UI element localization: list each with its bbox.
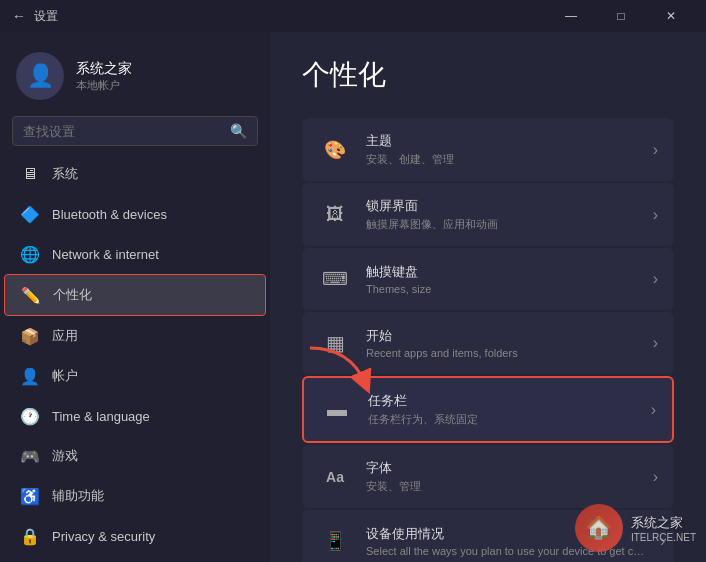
- sidebar-label-time: Time & language: [52, 409, 150, 424]
- sidebar-item-system[interactable]: 🖥 系统: [4, 154, 266, 194]
- minimize-button[interactable]: —: [548, 0, 594, 32]
- touchkeyboard-icon: ⌨: [318, 262, 352, 296]
- settings-item-fonts[interactable]: Aa 字体 安装、管理 ›: [302, 445, 674, 508]
- sidebar-item-update[interactable]: 🔄 Windows Update: [4, 556, 266, 562]
- right-panel: 个性化 🎨 主题 安装、创建、管理 › 🖼 锁屏界面 触摸屏幕图像、应用和动画 …: [270, 32, 706, 562]
- start-desc: Recent apps and items, folders: [366, 347, 639, 359]
- sidebar-label-accessibility: 辅助功能: [52, 487, 104, 505]
- sidebar-label-network: Network & internet: [52, 247, 159, 262]
- lockscreen-title: 锁屏界面: [366, 197, 639, 215]
- lockscreen-desc: 触摸屏幕图像、应用和动画: [366, 217, 639, 232]
- taskbar-desc: 任务栏行为、系统固定: [368, 412, 637, 427]
- settings-item-start[interactable]: ▦ 开始 Recent apps and items, folders ›: [302, 312, 674, 374]
- accounts-icon: 👤: [20, 366, 40, 386]
- settings-item-theme[interactable]: 🎨 主题 安装、创建、管理 ›: [302, 118, 674, 181]
- watermark-name: 系统之家: [631, 514, 696, 532]
- settings-item-lockscreen[interactable]: 🖼 锁屏界面 触摸屏幕图像、应用和动画 ›: [302, 183, 674, 246]
- search-icon: 🔍: [230, 123, 247, 139]
- watermark-url: ITELRCE.NET: [631, 532, 696, 543]
- theme-text: 主题 安装、创建、管理: [366, 132, 639, 167]
- maximize-button[interactable]: □: [598, 0, 644, 32]
- window-controls: — □ ✕: [548, 0, 694, 32]
- theme-icon: 🎨: [318, 133, 352, 167]
- sidebar-label-accounts: 帐户: [52, 367, 78, 385]
- time-icon: 🕐: [20, 406, 40, 426]
- fonts-title: 字体: [366, 459, 639, 477]
- start-title: 开始: [366, 327, 639, 345]
- lockscreen-arrow: ›: [653, 206, 658, 224]
- lockscreen-icon: 🖼: [318, 198, 352, 232]
- sidebar-item-bluetooth[interactable]: 🔷 Bluetooth & devices: [4, 194, 266, 234]
- user-info: 系统之家 本地帐户: [76, 60, 132, 93]
- user-type: 本地帐户: [76, 78, 132, 93]
- start-arrow: ›: [653, 334, 658, 352]
- network-icon: 🌐: [20, 244, 40, 264]
- sidebar-item-accounts[interactable]: 👤 帐户: [4, 356, 266, 396]
- sidebar-label-gaming: 游戏: [52, 447, 78, 465]
- sidebar-label-personalization: 个性化: [53, 286, 92, 304]
- sidebar-label-system: 系统: [52, 165, 78, 183]
- fonts-text: 字体 安装、管理: [366, 459, 639, 494]
- sidebar-label-apps: 应用: [52, 327, 78, 345]
- sidebar-label-bluetooth: Bluetooth & devices: [52, 207, 167, 222]
- theme-desc: 安装、创建、管理: [366, 152, 639, 167]
- privacy-icon: 🔒: [20, 526, 40, 546]
- system-icon: 🖥: [20, 164, 40, 184]
- sidebar-item-apps[interactable]: 📦 应用: [4, 316, 266, 356]
- settings-item-taskbar[interactable]: ▬ 任务栏 任务栏行为、系统固定 ›: [302, 376, 674, 443]
- start-text: 开始 Recent apps and items, folders: [366, 327, 639, 359]
- theme-arrow: ›: [653, 141, 658, 159]
- accessibility-icon: ♿: [20, 486, 40, 506]
- taskbar-title: 任务栏: [368, 392, 637, 410]
- fonts-arrow: ›: [653, 468, 658, 486]
- lockscreen-text: 锁屏界面 触摸屏幕图像、应用和动画: [366, 197, 639, 232]
- sidebar-label-privacy: Privacy & security: [52, 529, 155, 544]
- touchkeyboard-desc: Themes, size: [366, 283, 639, 295]
- fonts-icon: Aa: [318, 460, 352, 494]
- taskbar-icon: ▬: [320, 393, 354, 427]
- avatar: 👤: [16, 52, 64, 100]
- personalization-icon: ✏️: [21, 285, 41, 305]
- touchkeyboard-text: 触摸键盘 Themes, size: [366, 263, 639, 295]
- sidebar-item-network[interactable]: 🌐 Network & internet: [4, 234, 266, 274]
- deviceusage-icon: 📱: [318, 524, 352, 558]
- sidebar: 👤 系统之家 本地帐户 🔍 🖥 系统 🔷 Bluetooth & devices…: [0, 32, 270, 562]
- search-input[interactable]: [23, 124, 222, 139]
- touchkeyboard-arrow: ›: [653, 270, 658, 288]
- close-button[interactable]: ✕: [648, 0, 694, 32]
- taskbar-text: 任务栏 任务栏行为、系统固定: [368, 392, 637, 427]
- gaming-icon: 🎮: [20, 446, 40, 466]
- title-bar: ← 设置 — □ ✕: [0, 0, 706, 32]
- start-icon: ▦: [318, 326, 352, 360]
- fonts-desc: 安装、管理: [366, 479, 639, 494]
- touchkeyboard-title: 触摸键盘: [366, 263, 639, 281]
- user-profile[interactable]: 👤 系统之家 本地帐户: [0, 40, 270, 116]
- settings-item-touchkeyboard[interactable]: ⌨ 触摸键盘 Themes, size ›: [302, 248, 674, 310]
- apps-icon: 📦: [20, 326, 40, 346]
- page-title: 个性化: [302, 56, 674, 94]
- bluetooth-icon: 🔷: [20, 204, 40, 224]
- sidebar-item-personalization[interactable]: ✏️ 个性化: [4, 274, 266, 316]
- window-title: 设置: [34, 8, 58, 25]
- settings-list: 🎨 主题 安装、创建、管理 › 🖼 锁屏界面 触摸屏幕图像、应用和动画 › ⌨: [302, 118, 674, 562]
- sidebar-item-gaming[interactable]: 🎮 游戏: [4, 436, 266, 476]
- watermark-info: 系统之家 ITELRCE.NET: [631, 514, 696, 543]
- search-box[interactable]: 🔍: [12, 116, 258, 146]
- main-container: 👤 系统之家 本地帐户 🔍 🖥 系统 🔷 Bluetooth & devices…: [0, 32, 706, 562]
- sidebar-item-accessibility[interactable]: ♿ 辅助功能: [4, 476, 266, 516]
- back-button[interactable]: ←: [12, 8, 26, 24]
- sidebar-item-time[interactable]: 🕐 Time & language: [4, 396, 266, 436]
- taskbar-arrow: ›: [651, 401, 656, 419]
- watermark-logo: 🏠: [575, 504, 623, 552]
- sidebar-item-privacy[interactable]: 🔒 Privacy & security: [4, 516, 266, 556]
- user-name: 系统之家: [76, 60, 132, 78]
- watermark: 🏠 系统之家 ITELRCE.NET: [575, 504, 696, 552]
- theme-title: 主题: [366, 132, 639, 150]
